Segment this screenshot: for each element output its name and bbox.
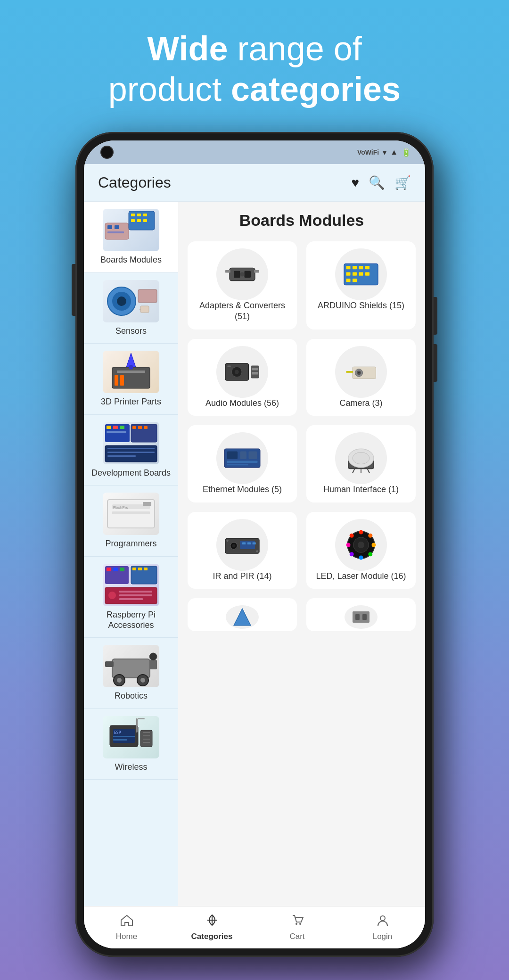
svg-rect-96 [228, 365, 231, 367]
svg-rect-75 [245, 271, 251, 278]
svg-point-78 [240, 272, 245, 277]
nav-item-home[interactable]: Home [84, 914, 169, 941]
sidebar-item-robotics[interactable]: Robotics [84, 638, 178, 709]
svg-point-139 [299, 923, 301, 925]
svg-rect-41 [107, 568, 111, 571]
svg-rect-88 [346, 279, 351, 282]
arduino-label: ARDUINO Shields (15) [318, 300, 404, 311]
category-card-arduino[interactable]: ARDUINO Shields (15) [306, 241, 416, 329]
svg-point-100 [358, 372, 360, 374]
svg-rect-107 [227, 464, 248, 466]
svg-rect-58 [105, 661, 114, 667]
search-button[interactable]: 🔍 [369, 175, 385, 190]
app-bar-actions: ♥ 🔍 🛒 [351, 175, 411, 190]
svg-rect-14 [138, 289, 157, 303]
svg-point-128 [372, 543, 376, 547]
signal-icon: ▲ [390, 148, 398, 156]
svg-rect-66 [136, 718, 138, 733]
cart-nav-icon [291, 914, 304, 930]
sidebar-item-raspi[interactable]: Raspberry Pi Accessories [84, 557, 178, 638]
main-content-area: Boards Modules [178, 202, 425, 906]
sidebar-item-boards-modules[interactable]: Boards Modules [84, 202, 178, 273]
svg-rect-32 [107, 448, 155, 449]
svg-rect-80 [346, 266, 351, 269]
svg-point-138 [296, 923, 297, 925]
svg-point-125 [358, 541, 364, 548]
sidebar-item-wireless[interactable]: ESP [84, 709, 178, 780]
nav-item-cart[interactable]: Cart [254, 914, 340, 941]
nav-item-login[interactable]: Login [340, 914, 425, 941]
svg-point-129 [368, 552, 372, 556]
led-laser-label: LED, Laser Module (16) [316, 571, 406, 582]
svg-rect-26 [107, 431, 126, 433]
svg-rect-25 [120, 426, 124, 429]
svg-rect-3 [107, 231, 124, 233]
svg-rect-67 [138, 718, 145, 719]
svg-point-13 [117, 296, 126, 306]
categories-icon [205, 914, 219, 930]
svg-rect-7 [143, 214, 147, 216]
svg-rect-64 [113, 736, 135, 737]
svg-rect-135 [353, 611, 369, 623]
app-bar: Categories ♥ 🔍 🛒 [84, 164, 425, 202]
category-card-ethernet[interactable]: Ethernet Modules (5) [188, 425, 297, 502]
wishlist-button[interactable]: ♥ [351, 175, 359, 190]
arduino-icon [335, 248, 387, 300]
svg-line-113 [368, 469, 370, 473]
hero-bold-categories: categories [231, 70, 401, 108]
svg-point-121 [226, 539, 229, 542]
svg-rect-137 [362, 614, 367, 620]
cart-button[interactable]: 🛒 [394, 175, 411, 190]
category-card-ir-pir[interactable]: IR and PIR (14) [188, 512, 297, 589]
sidebar-sensors-label: Sensors [115, 326, 147, 337]
nav-login-label: Login [373, 932, 393, 941]
svg-rect-120 [253, 542, 256, 544]
svg-rect-30 [144, 426, 148, 429]
sidebar-item-3d-printer[interactable]: 3D Printer Parts [84, 344, 178, 415]
category-card-led-laser[interactable]: LED, Laser Module (16) [306, 512, 416, 589]
category-sidebar: Boards Modules [84, 202, 178, 906]
category-card-partial-2[interactable] [306, 598, 416, 631]
svg-rect-117 [240, 541, 255, 549]
ir-pir-label: IR and PIR (14) [213, 571, 271, 582]
sidebar-programmers-label: Programmers [105, 539, 156, 549]
category-card-camera[interactable]: Camera (3) [306, 339, 416, 416]
nav-home-label: Home [116, 932, 137, 941]
svg-rect-6 [137, 214, 141, 216]
sidebar-item-programmers[interactable]: FlashPro Programmers [84, 486, 178, 557]
svg-point-132 [346, 543, 351, 547]
nav-item-categories[interactable]: Categories [169, 914, 254, 941]
svg-rect-10 [143, 219, 147, 222]
sidebar-item-dev-boards[interactable]: Development Boards [84, 415, 178, 486]
svg-point-21 [129, 365, 133, 370]
svg-point-55 [117, 678, 122, 683]
hero-section: Wide range of product categories [0, 0, 509, 129]
category-card-audio[interactable]: Audio Modules (56) [188, 339, 297, 416]
svg-line-111 [353, 469, 355, 473]
category-card-partial-1[interactable] [188, 598, 297, 631]
svg-rect-50 [119, 591, 152, 593]
svg-rect-28 [132, 426, 136, 429]
svg-rect-47 [144, 568, 148, 570]
sidebar-item-sensors[interactable]: Sensors [84, 273, 178, 344]
svg-rect-119 [247, 542, 251, 544]
sidebar-robotics-label: Robotics [115, 691, 148, 701]
phone-shell: VoWiFi ▾ ▲ 🔋 Categories ♥ 🔍 🛒 [75, 132, 434, 957]
camera-hole [100, 146, 114, 159]
led-laser-icon [335, 519, 387, 571]
ir-pir-icon [216, 519, 268, 571]
sidebar-raspi-label: Raspberry Pi Accessories [89, 610, 173, 630]
app-content: Boards Modules [84, 202, 425, 906]
svg-rect-20 [120, 375, 124, 386]
ethernet-icon [216, 432, 268, 484]
svg-rect-103 [227, 452, 238, 459]
svg-point-60 [149, 653, 157, 660]
svg-text:ESP: ESP [114, 731, 121, 735]
category-card-adapters[interactable]: Adapters & Converters (51) [188, 241, 297, 329]
svg-rect-77 [254, 270, 259, 272]
svg-rect-101 [346, 371, 353, 373]
phone-screen: VoWiFi ▾ ▲ 🔋 Categories ♥ 🔍 🛒 [84, 140, 425, 948]
status-bar: VoWiFi ▾ ▲ 🔋 [84, 140, 425, 164]
category-card-human-interface[interactable]: Human Interface (1) [306, 425, 416, 502]
hero-text-product: product [108, 70, 222, 108]
